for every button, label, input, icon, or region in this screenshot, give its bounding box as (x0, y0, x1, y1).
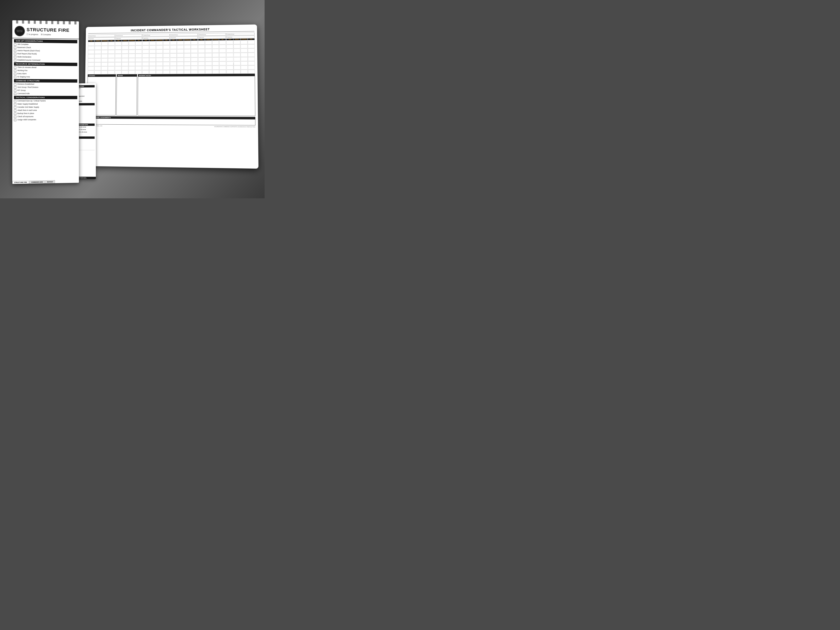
cell-4-2[interactable] (177, 41, 184, 45)
supervisor-label-3: Supervisor: (143, 37, 169, 39)
grid-group-2 (115, 41, 142, 46)
cell-6-4[interactable] (248, 40, 254, 44)
checkbox-t7[interactable] (14, 119, 16, 121)
bottom-section: STAGING REHAB INCIDENT NOTES (87, 74, 255, 116)
checkbox-t3[interactable] (14, 106, 16, 109)
checkbox-c4[interactable] (14, 93, 16, 95)
grid-group-1 (88, 42, 115, 46)
supervisor-cell-3: Supervisor: (142, 37, 170, 39)
staging-label: STAGING (88, 74, 116, 77)
checkbox-t2[interactable] (14, 103, 16, 106)
tac-item-4-label: Attack lines in each area (17, 109, 37, 111)
cell-1-1[interactable] (88, 42, 95, 46)
cell-1-2[interactable] (95, 42, 101, 46)
cell-3-4[interactable] (163, 41, 170, 45)
cell-1-4[interactable] (108, 42, 115, 46)
cell-6-2[interactable] (234, 40, 240, 44)
supervisor-cell-4: Supervisor: (170, 36, 198, 39)
checkbox-t5[interactable] (14, 112, 16, 115)
cell-2-4[interactable] (136, 41, 142, 46)
grid-group-3 (142, 41, 170, 45)
cell-4-3[interactable] (184, 41, 191, 45)
size-up-item-1-label: 360 Complete (17, 43, 28, 46)
radio-channel-label: RADIO CHANNEL ASSIGNMENTS (87, 116, 255, 119)
tab-structure-fire[interactable]: STRUCTURE FIRE (12, 181, 29, 184)
col-header-fire-6: FIRE (226, 39, 233, 40)
tab-mayday[interactable]: MAYDAY (45, 180, 55, 183)
worksheet-footer: COMBATREADYFIRE.COM AGGRESSIVE COMMAND S… (87, 125, 256, 128)
cell-2-3[interactable] (128, 41, 135, 46)
cell-4-4[interactable] (191, 41, 197, 45)
cell-6-3[interactable] (241, 40, 248, 44)
division-cell-4: Division/Group: (170, 33, 198, 36)
cell-5-1[interactable] (198, 41, 205, 44)
cell-5-3[interactable] (212, 40, 219, 44)
size-up-item-1: 360 Complete (14, 43, 77, 46)
cell-2-2[interactable] (122, 41, 128, 46)
cell-3-3[interactable] (156, 41, 163, 45)
checkbox-2[interactable] (14, 46, 16, 49)
checkbox-5[interactable] (14, 56, 16, 58)
size-up-item-6: Establish/Assume Command (14, 59, 77, 62)
checkbox-t4[interactable] (14, 109, 16, 112)
supervisor-label-2: Supervisor: (116, 38, 141, 39)
size-up-item-4: Roof Report (Flat Roofs) (14, 52, 77, 55)
supervisor-cell-1: Supervisor: (88, 37, 115, 40)
cell-3-2[interactable] (149, 41, 156, 45)
progress-complete-label: ☒ Complete (41, 33, 51, 36)
checkbox-c2[interactable] (14, 86, 16, 88)
col-header-ext-4: EXTENSION (184, 39, 191, 41)
checkbox-r2[interactable] (14, 69, 16, 72)
tac-item-7-label: Assign relief companies (17, 118, 36, 121)
checkbox-r1[interactable] (14, 66, 16, 69)
supervisor-label-4: Supervisor: (171, 37, 197, 38)
size-up-item-4-label: Roof Report (Flat Roofs) (17, 53, 37, 55)
checkbox-4[interactable] (14, 53, 16, 55)
tactical-header: TACTICAL CONSIDERATIONS (14, 96, 77, 99)
resource-item-3: Extra Alarm (14, 73, 77, 76)
size-up-item-5-label: Mode Declaration (17, 56, 31, 58)
command-structure-header: COMMAND STRUCTURE (14, 79, 77, 82)
col-header-fire-1: FIRE (88, 40, 95, 42)
checkbox-r4[interactable] (14, 76, 16, 78)
supervisor-cell-2: Supervisor: (115, 37, 142, 39)
tac-item-5: Backup lines in place (14, 112, 77, 115)
cmd-item-1: Divisions Established (14, 83, 77, 85)
resource-item-2-label: Working Fire (17, 69, 27, 71)
division-cell-5: Division/Group: (198, 33, 226, 36)
cell-5-4[interactable] (219, 40, 226, 44)
supervisor-label-6: Supervisor: (227, 36, 254, 38)
checkbox-3[interactable] (14, 50, 16, 52)
checkbox-c1[interactable] (14, 83, 16, 85)
tac-item-6-label: Check all exposures (17, 115, 33, 117)
tac-item-3: Consider 2nd Water Supply (14, 106, 77, 109)
tac-item-1: Command Size-Up / Critical Factors (14, 100, 77, 102)
notepad-title: STRUCTURE FIRE (27, 27, 69, 33)
resource-item-1-label: Think 20 minutes ahead (17, 66, 36, 68)
cell-4-1[interactable] (170, 41, 177, 45)
rehab-label: REHAB (117, 74, 137, 77)
cmd-item-3-label: RIT Group (17, 89, 25, 92)
size-up-item-6-label: Establish/Assume Command (17, 59, 40, 61)
checkbox-1[interactable] (14, 43, 16, 46)
col-header-ext-6: EXTENSION (241, 38, 248, 40)
progress-row: ☐ In progress ☒ Complete (27, 33, 69, 36)
tab-command-aide[interactable]: COMMAND AIDE (29, 180, 45, 183)
checkbox-t6[interactable] (14, 115, 16, 118)
checkbox-6[interactable] (14, 59, 16, 62)
cell-5-2[interactable] (205, 41, 212, 44)
division-cell-6: Division/Group: (226, 33, 254, 36)
tac-item-6: Check all exposures (14, 115, 77, 118)
cell-1-3[interactable] (101, 42, 108, 46)
col-header-par-4: PAR (191, 39, 197, 41)
cell-6-1[interactable] (226, 40, 233, 44)
checkbox-c3[interactable] (14, 90, 16, 92)
checkbox-r3[interactable] (14, 73, 16, 75)
cmd-item-4: Command Aide (14, 93, 77, 95)
tac-item-7: Assign relief companies (14, 118, 77, 121)
checkbox-t1[interactable] (14, 100, 16, 102)
size-up-item-3-label: Interior Reports (Each Floor) (17, 50, 40, 52)
cell-3-1[interactable] (142, 41, 149, 45)
cell-2-1[interactable] (115, 42, 122, 46)
notepad-header: FIRE READY SINCE 1992 STRUCTURE FIRE ☐ I… (12, 22, 79, 39)
